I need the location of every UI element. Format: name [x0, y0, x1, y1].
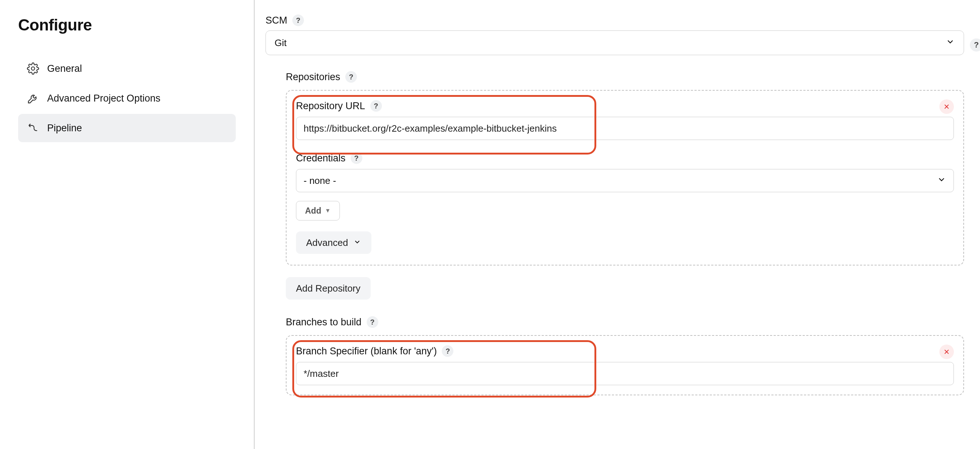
help-icon[interactable]: ? — [292, 14, 304, 26]
wrench-icon — [27, 92, 39, 105]
main-content: SCM ? Git ? Repositories ? — [255, 0, 980, 449]
sidebar-item-advanced-project-options[interactable]: Advanced Project Options — [18, 84, 236, 112]
repositories-label: Repositories — [286, 72, 340, 83]
add-label: Add — [305, 206, 321, 216]
branch-card: Branch Specifier (blank for 'any') ? — [286, 335, 964, 395]
help-icon[interactable]: ? — [442, 345, 453, 357]
add-credentials-button[interactable]: Add ▼ — [296, 201, 340, 221]
branch-specifier-group: Branch Specifier (blank for 'any') ? — [296, 345, 954, 385]
chevron-down-icon — [937, 175, 946, 187]
advanced-label: Advanced — [306, 237, 348, 248]
chevron-down-icon — [353, 237, 361, 248]
caret-down-icon: ▼ — [325, 207, 331, 214]
help-icon[interactable]: ? — [370, 100, 382, 112]
branches-label: Branches to build — [286, 317, 362, 328]
chevron-down-icon — [945, 37, 955, 49]
repository-url-group: Repository URL ? — [296, 100, 954, 140]
credentials-label: Credentials — [296, 153, 346, 164]
help-icon[interactable]: ? — [367, 316, 378, 328]
sidebar-item-label: Pipeline — [47, 123, 82, 134]
svg-point-0 — [31, 67, 35, 70]
repositories-label-row: Repositories ? — [286, 71, 964, 83]
scm-label: SCM — [266, 15, 287, 26]
help-icon[interactable]: ? — [345, 71, 357, 83]
scm-label-row: SCM ? — [266, 14, 964, 26]
sidebar: Configure General Advanced Project Optio… — [0, 0, 254, 449]
branch-specifier-input[interactable] — [296, 362, 954, 385]
credentials-group: Credentials ? - none - Add ▼ — [296, 152, 954, 221]
advanced-button[interactable]: Advanced — [296, 231, 371, 254]
pipeline-icon — [27, 122, 39, 134]
page-title: Configure — [18, 16, 239, 34]
scm-select[interactable]: Git — [266, 30, 964, 55]
add-repository-label: Add Repository — [296, 283, 361, 294]
repository-url-input[interactable] — [296, 117, 954, 140]
sidebar-item-label: Advanced Project Options — [47, 93, 160, 104]
help-icon[interactable]: ? — [351, 152, 362, 164]
sidebar-item-general[interactable]: General — [18, 54, 236, 83]
repository-card: Repository URL ? Credentials ? - none - — [286, 90, 964, 266]
sidebar-item-label: General — [47, 63, 82, 74]
branches-label-row: Branches to build ? — [286, 316, 964, 328]
scm-select-row: Git ? — [266, 30, 964, 55]
help-icon[interactable]: ? — [970, 38, 980, 51]
scm-selected-value: Git — [275, 37, 286, 49]
sidebar-item-pipeline[interactable]: Pipeline — [18, 114, 236, 142]
branch-specifier-label: Branch Specifier (blank for 'any') — [296, 346, 437, 357]
credentials-select[interactable]: - none - — [296, 169, 954, 192]
add-repository-button[interactable]: Add Repository — [286, 277, 371, 299]
repository-url-label: Repository URL — [296, 100, 365, 112]
gear-icon — [27, 62, 39, 75]
credentials-selected-value: - none - — [304, 175, 336, 186]
repositories-section: Repositories ? Repository URL ? — [286, 71, 964, 395]
